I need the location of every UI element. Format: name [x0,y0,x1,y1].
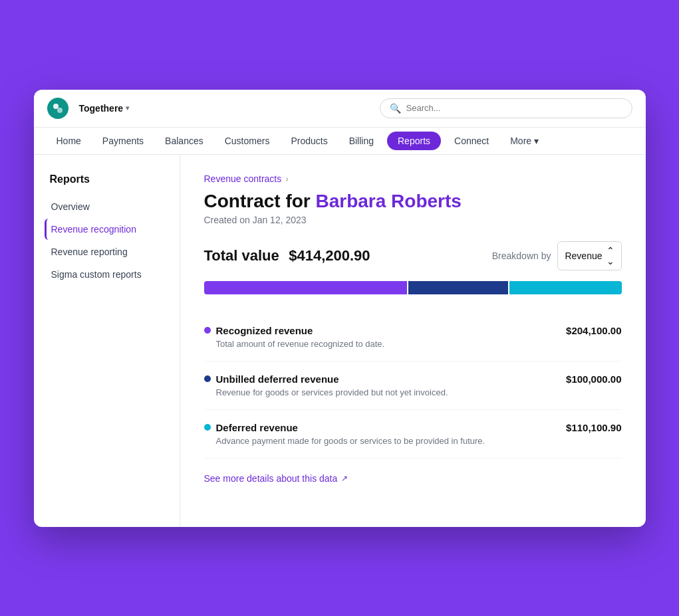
sidebar: Reports Overview Revenue recognition Rev… [34,155,180,527]
brand-chevron-icon: ▾ [126,104,129,112]
page-title: Contract for Barbara Roberts [204,191,622,212]
bar-segment-1 [408,281,508,294]
dot-unbilled [204,375,211,382]
value-row: Total value $414,200.90 Breakdown by Rev… [204,241,622,270]
breadcrumb-separator: › [285,173,289,184]
nav-item-products[interactable]: Products [281,128,337,154]
content-area: Reports Overview Revenue recognition Rev… [34,155,646,527]
created-date: Created on Jan 12, 2023 [204,215,622,225]
brand-name[interactable]: Togethere ▾ [79,103,130,114]
sidebar-item-sigma-custom[interactable]: Sigma custom reports [45,264,169,285]
progress-bar [204,281,622,294]
nav-item-more[interactable]: More ▾ [501,128,548,154]
app-window: Togethere ▾ 🔍 Home Payments Balances Cus… [34,90,646,527]
dot-recognized [204,327,211,334]
sidebar-item-overview[interactable]: Overview [45,196,169,217]
external-link-icon: ↗ [341,474,348,483]
breadcrumb-link[interactable]: Revenue contracts [204,173,282,184]
revenue-item-2: Deferred revenue $110,100.90 Advance pay… [204,410,622,459]
bar-segment-2 [509,281,621,294]
svg-point-1 [57,108,63,113]
topbar: Togethere ▾ 🔍 [34,90,646,128]
nav-item-reports[interactable]: Reports [387,132,441,150]
sidebar-item-revenue-recognition[interactable]: Revenue recognition [45,219,169,240]
navbar: Home Payments Balances Customers Product… [34,128,646,155]
bar-segment-0 [204,281,408,294]
revenue-item-0: Recognized revenue $204,100.00 Total amo… [204,313,622,361]
revenue-item-1: Unbilled deferred revenue $100,000.00 Re… [204,361,622,410]
sidebar-item-revenue-reporting[interactable]: Revenue reporting [45,241,169,262]
dot-deferred [204,424,211,431]
nav-item-connect[interactable]: Connect [445,128,498,154]
sidebar-title: Reports [45,173,169,185]
more-chevron-icon: ▾ [534,136,539,146]
search-input[interactable] [406,103,622,113]
search-bar: 🔍 [380,98,632,118]
svg-point-0 [53,104,59,109]
breakdown-control: Breakdown by Revenue ⌃⌄ [492,241,622,270]
nav-item-payments[interactable]: Payments [93,128,153,154]
breakdown-select[interactable]: Revenue ⌃⌄ [557,241,621,270]
breakdown-chevron-icon: ⌃⌄ [607,245,614,266]
nav-item-balances[interactable]: Balances [156,128,213,154]
app-logo [47,98,68,119]
nav-item-billing[interactable]: Billing [340,128,383,154]
contract-name: Barbara Roberts [316,191,462,211]
search-icon: 🔍 [390,103,401,114]
nav-item-home[interactable]: Home [47,128,90,154]
total-value: Total value $414,200.90 [204,247,370,264]
breadcrumb: Revenue contracts › [204,173,622,184]
nav-item-customers[interactable]: Customers [215,128,279,154]
main-content: Revenue contracts › Contract for Barbara… [180,155,646,527]
see-more-link[interactable]: See more details about this data ↗ [204,473,622,484]
